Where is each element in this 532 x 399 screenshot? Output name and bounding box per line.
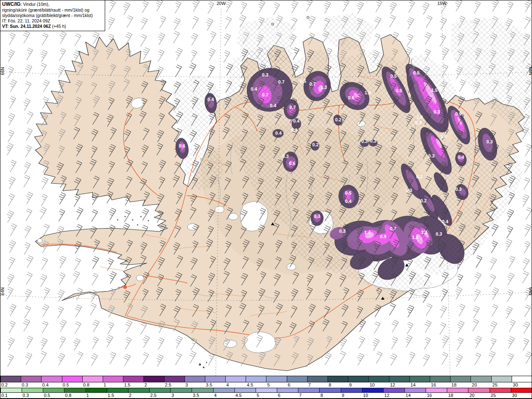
precip-value-label: 0.5 [300,79,306,84]
colorbar-tick-label: 18 [451,382,456,387]
colorbar-tick-label: 25 [491,393,496,398]
precip-value-label: 0.2 [416,174,422,179]
coordinate-label: 64N [528,287,532,295]
precip-value-label: 0.5 [345,190,351,195]
colorbar-segment [185,376,205,382]
colorbar-segment [1,388,22,392]
colorbar-segment [246,376,266,382]
precip-value-label: 0.3 [428,153,434,158]
precip-value-label: 0.3 [455,187,461,192]
colorbar-tick-label: 1 [86,393,89,398]
colorbar-tick-label: 0.5 [44,393,50,398]
colorbar-tick-label: 3.5 [193,393,199,398]
info-box: UWC/IG: Vindur (10m), rigning/skúrir (gr… [0,0,105,31]
precip-value-label: 0.9 [415,120,421,125]
colorbar-tick-label: 3 [185,382,188,387]
precip-value-label: 0.4 [207,97,214,102]
precip-value-label: 0.4 [345,199,352,204]
colorbar-segment [490,388,511,392]
colorbar-tick-label: 12 [384,393,389,398]
colorbar-tick-label: 9 [349,382,352,387]
colorbar-tick-label: 30 [513,382,518,387]
precip-value-label: 0.3 [436,232,442,236]
precip-value-label: 1.1 [421,230,427,235]
precip-value-label: 0.4 [275,131,282,135]
colorbar-tick-label: 0.3 [22,382,28,387]
precip-value-label: 0.6 [348,95,354,100]
colorbar-tick-label: 2 [145,382,147,387]
colorbar-segment [348,376,369,382]
colorbar-segment [22,388,43,392]
colorbar-segment [511,388,532,392]
colorbar-segment [362,388,384,392]
colorbar-tick-label: 2 [129,393,131,398]
colorbar-segment [405,388,426,392]
colorbar-tick-label: 8 [320,393,323,398]
colorbar-tick-label: 1.5 [108,393,114,398]
precip-value-label: 0.7 [278,79,284,84]
weather-map-stage: 0.30.70.40.70.50.71.30.40.70.40.61.00.20… [0,0,532,399]
precip-value-label: 1.0 [416,115,423,120]
colorbar-segment [103,376,123,382]
colorbar-tick-label: 4 [214,393,217,398]
coordinate-label: 64N [0,287,5,295]
precip-value-label: 0.9 [455,111,461,116]
info-box-title: UWC/IG: Vindur (10m), [2,1,103,7]
precip-value-label: 1.4 [364,230,371,235]
colorbar-segment [205,376,226,382]
precip-value-label: 0.7 [262,92,268,97]
info-box-line3: slydda/snjókoma (grátt/bleikt/grænt - mm… [2,13,103,18]
colorbar-tick-label: 18 [448,393,453,398]
colorbar-segment [42,376,62,382]
precip-value-label: 1.0 [365,90,371,95]
colorbar-tick-label: 2.5 [165,382,171,387]
colorbar-segment [384,388,405,392]
precip-value-label: 0.3 [282,154,288,159]
colorbar-tick-label: 20 [469,393,474,398]
colorbar-tick-label: 0.2 [1,382,7,387]
precip-value-label: 0.5 [413,70,419,75]
colorbar-segment [165,376,185,382]
colorbar-tick-label: 16 [431,382,436,387]
colorbar-tick-label: 9 [342,393,344,398]
colorbar-tick-label: 0.3 [22,393,29,398]
coordinate-label: 15W [437,1,446,6]
colorbar-tick-label: 4.5 [235,393,241,398]
precip-value-label: 0.2 [312,142,318,147]
precip-value-label: 0.3 [433,109,440,114]
colorbar-segment [277,388,298,392]
info-box-valid-time: VT: Sun. 24.11.2024 06Z (+45 h) [2,24,103,29]
colorbar-tick-label: 7 [299,393,302,398]
colorbar-segment [83,376,103,382]
colorbar-segment [43,388,64,392]
info-box-line2: rigning/skúrir (grænt/blátt/rautt - mm/1… [2,7,103,13]
info-box-init-time: IT: Fös. 22. 11. 2024 09Z [2,18,103,24]
colorbar-segment [451,376,471,382]
colorbar-segment [447,388,468,392]
precip-value-label: 0.9 [380,234,386,239]
colorbar-segment [64,388,86,392]
precip-value-label: 0.3 [339,229,345,234]
colorbar-tick-label: 8 [329,382,331,387]
colorbar-segment [150,388,171,392]
colorbar-tick-label: 16 [427,393,432,398]
colorbar-segment [369,376,389,382]
precip-value-label: 0.5 [390,74,397,79]
colorbar-segment [86,388,107,392]
colorbar-segment [107,388,128,392]
colorbar-segment [287,376,308,382]
colorbar-tick-label: 2.5 [150,393,156,398]
precip-value-label: 0.4 [293,118,300,123]
precip-value-label: 0.4 [270,103,276,108]
colorbar-tick-label: 10 [363,393,368,398]
coordinate-label: 66N [0,67,5,75]
colorbar-segment [512,376,532,382]
precip-value-label: 0.7 [309,81,315,86]
colorbar-segment [192,388,213,392]
colorbar-segment [256,388,277,392]
coordinate-label: 66N [528,67,532,75]
colorbar-tick-label: 6 [278,393,281,398]
precip-value-label: 0.3 [314,214,320,219]
colorbar-tick-label: 25 [493,382,498,387]
colorbar-segment [320,388,341,392]
